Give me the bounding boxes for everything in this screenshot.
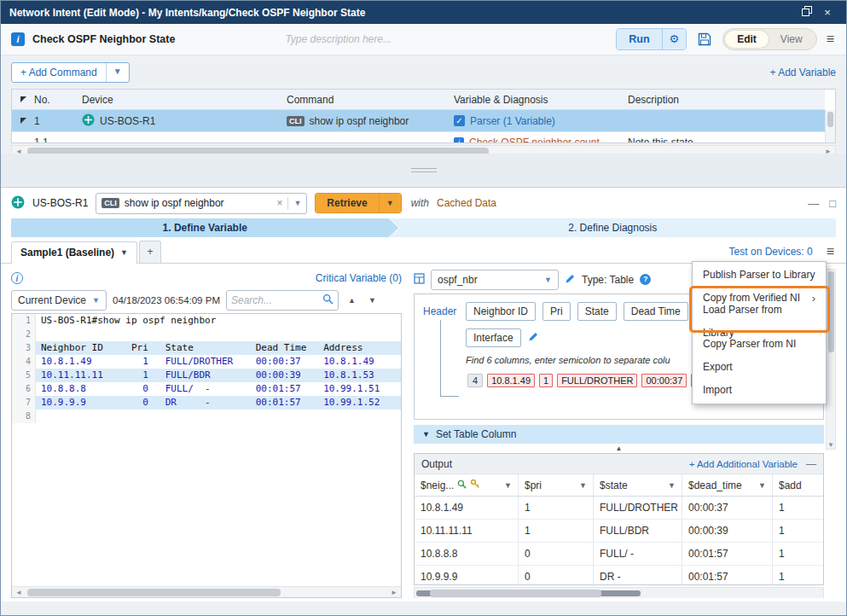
sample-timestamp: 04/18/2023 06:54:09 PM [113, 295, 220, 305]
cached-data-label: Cached Data [437, 197, 496, 209]
menu-item-import[interactable]: Import [693, 379, 826, 402]
scroll-down-icon[interactable]: ▼ [827, 441, 835, 449]
run-button[interactable]: Run [617, 29, 661, 49]
chevron-down-icon: ▼ [92, 296, 100, 305]
search-box[interactable] [226, 290, 339, 311]
commands-table: No. Device Command Variable & Diagnosis … [11, 89, 836, 143]
horizontal-scrollbar[interactable]: ◄ ► [414, 587, 824, 598]
key-icon[interactable] [470, 479, 480, 491]
scroll-right-icon[interactable]: ► [387, 589, 401, 596]
edit-pencil-icon[interactable] [528, 331, 539, 345]
column-chip[interactable]: Pri [542, 302, 571, 321]
test-menu-icon[interactable]: ≡ [825, 244, 836, 263]
sample-tabs: Sample1 (Baseline) ▼ + Test on Devices: … [1, 241, 846, 264]
add-command-button[interactable]: + Add Command ▼ [11, 62, 130, 83]
info-icon[interactable]: i [11, 272, 23, 284]
set-table-column-bar[interactable]: ▼ Set Table Column [414, 425, 824, 444]
scrollbar-thumb[interactable] [827, 112, 833, 127]
clear-icon[interactable]: × [276, 197, 282, 209]
collapse-icon[interactable]: — [806, 458, 816, 470]
add-command-label[interactable]: + Add Command [12, 63, 106, 82]
critical-variable-link[interactable]: Critical Variable (0) [316, 272, 402, 284]
edit-toggle[interactable]: Edit [725, 31, 769, 48]
test-on-devices-link[interactable]: Test on Devices: 0 [729, 246, 813, 263]
steps-breadcrumb: 1. Define Variable 2. Define Diagnosis [11, 218, 836, 237]
line-number: 4 [12, 355, 36, 369]
menu-item-load-parser-from-library[interactable]: Load Parser from Library [693, 310, 826, 333]
tree-connector [440, 320, 459, 397]
prev-match-icon[interactable]: ▲ [345, 294, 359, 306]
vertical-scrollbar[interactable] [825, 110, 835, 142]
output-header: Output + Add Additional Variable — [415, 454, 823, 474]
close-icon[interactable]: × [817, 6, 838, 19]
menu-item-publish-parser[interactable]: Publish Parser to Library [693, 264, 826, 287]
output-cell: 1 [773, 566, 823, 588]
more-menu-icon[interactable]: ≡ [825, 32, 836, 47]
retrieve-button[interactable]: Retrieve [316, 194, 378, 212]
chevron-down-icon[interactable]: ▼ [106, 63, 129, 82]
column-chip[interactable]: Dead Time [624, 302, 688, 321]
retrieve-chevron-icon[interactable]: ▼ [379, 194, 401, 212]
code-line: 10.11.11.11 1 FULL/BDR 00:00:39 10.8.1.5… [36, 369, 401, 382]
maximize-icon[interactable]: □ [829, 197, 836, 210]
collapse-arrow-icon[interactable]: ▲ [414, 444, 824, 453]
chevron-down-icon[interactable]: ▼ [668, 481, 676, 490]
magnifier-icon[interactable] [457, 479, 467, 491]
chevron-down-icon[interactable]: ▼ [758, 481, 766, 490]
chevron-down-icon[interactable]: ▼ [293, 199, 301, 207]
scrollbar-thumb[interactable] [430, 590, 601, 597]
add-variable-link[interactable]: + Add Variable [769, 67, 836, 78]
output-cell: 10.11.11.11 [415, 520, 519, 542]
gear-icon[interactable]: ⚙ [662, 29, 687, 49]
code-line [36, 410, 401, 423]
description-input[interactable] [285, 33, 608, 45]
title-bar: Network Intent (Edit Mode) - My Intents/… [1, 1, 846, 24]
save-icon[interactable] [694, 32, 715, 46]
horizontal-scrollbar[interactable]: ◄ ► [12, 586, 401, 597]
code-editor[interactable]: 1US-BOS-R1#show ip ospf neighbor 2 3Neig… [11, 313, 402, 598]
command-input[interactable] [125, 197, 272, 209]
add-additional-variable-link[interactable]: + Add Additional Variable [689, 459, 798, 469]
view-toggle[interactable]: View [769, 31, 815, 48]
scrollbar-thumb[interactable] [27, 589, 281, 596]
parser-select[interactable]: ospf_nbr ▼ [431, 270, 559, 290]
resize-grip[interactable] [411, 168, 437, 172]
step-define-diagnosis[interactable]: 2. Define Diagnosis [389, 218, 836, 237]
chevron-down-icon[interactable]: ▼ [120, 248, 128, 257]
parser-link[interactable]: Parser (1 Variable) [470, 115, 555, 127]
menu-item-export[interactable]: Export [693, 356, 826, 379]
match-chip: 10.8.1.49 [487, 374, 535, 387]
scroll-left-icon[interactable]: ◄ [12, 589, 26, 596]
diagnosis-link[interactable]: Check OSPF neighbor count [469, 137, 600, 142]
table-row[interactable]: 1 US-BOS-R1 CLI show ip ospf neighbor ✓ … [12, 110, 825, 131]
expand-row-icon[interactable] [12, 118, 34, 124]
device-select[interactable]: Current Device ▼ [11, 290, 107, 311]
command-combobox[interactable]: CLI × ▼ [96, 193, 307, 214]
output-row: 10.8.8.8 0 FULL/ - 00:01:57 1 [415, 543, 823, 566]
chevron-down-icon[interactable]: ▼ [579, 481, 587, 490]
chevron-down-icon: ▼ [422, 430, 430, 439]
column-chip[interactable]: State [577, 302, 617, 321]
window-title: Network Intent (Edit Mode) - My Intents/… [9, 7, 797, 19]
add-tab-button[interactable]: + [139, 241, 161, 263]
cli-badge: CLI [102, 198, 119, 208]
next-match-icon[interactable]: ▼ [365, 294, 380, 306]
expand-all-icon[interactable] [12, 96, 34, 102]
column-chip[interactable]: Interface [466, 328, 521, 347]
edit-pencil-icon[interactable] [565, 273, 576, 287]
search-input[interactable] [231, 294, 322, 306]
search-icon[interactable] [322, 293, 334, 307]
help-icon[interactable]: ? [640, 274, 651, 285]
column-chip[interactable]: Neighbor ID [466, 302, 536, 321]
table-row[interactable]: 1.1 i Check OSPF neighbor count Note thi… [12, 131, 825, 142]
minimize-icon[interactable]: — [808, 197, 819, 210]
device-select-value: Current Device [18, 294, 86, 306]
tab-sample1-baseline[interactable]: Sample1 (Baseline) ▼ [11, 241, 137, 264]
output-cell: 10.9.9.9 [415, 566, 519, 588]
step-define-variable[interactable]: 1. Define Variable [11, 218, 398, 237]
vertical-scrollbar[interactable]: ▼ [826, 269, 836, 450]
device-name: US-BOS-R1 [32, 197, 88, 209]
restore-icon[interactable] [797, 6, 817, 19]
scrollbar-thumb[interactable] [828, 271, 834, 352]
chevron-down-icon[interactable]: ▼ [504, 481, 512, 490]
